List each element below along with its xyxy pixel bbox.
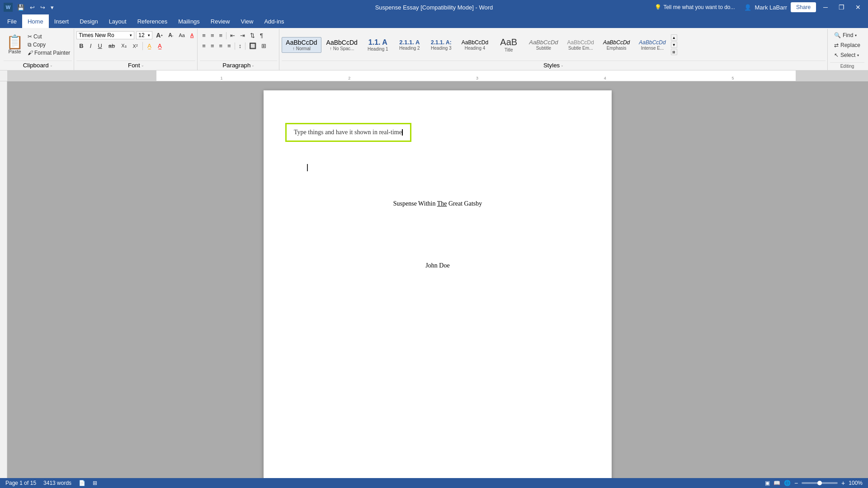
para-row1: ≡ ≡ ≡ ⇤ ⇥ ⇅ ¶ (200, 31, 277, 40)
line-spacing-button[interactable]: ↕ (236, 41, 244, 51)
style-subtitle[interactable]: AaBbCcDd Subtitle (525, 37, 562, 52)
style-heading3[interactable]: 2.1.1. A: Heading 3 (426, 38, 457, 52)
style-intense-e[interactable]: AaBbCcDd Intense E... (635, 38, 670, 52)
text-box-highlighted[interactable]: Type things and have it shown in real-ti… (285, 123, 411, 142)
font-color-button[interactable]: A̲ (155, 41, 165, 51)
find-dropdown: ▾ (855, 33, 857, 38)
change-case-button[interactable]: Aa (177, 32, 187, 39)
menu-home[interactable]: Home (22, 14, 49, 28)
subscript-button[interactable]: X₂ (118, 42, 129, 50)
share-button[interactable]: Share (791, 2, 816, 12)
justify-button[interactable]: ≡ (225, 41, 233, 51)
decrease-indent-button[interactable]: ⇤ (228, 31, 237, 40)
cut-button[interactable]: ✂ Cut (26, 33, 72, 41)
style-heading1[interactable]: 1.1. A Heading 1 (363, 37, 393, 53)
text-box-content: Type things and have it shown in real-ti… (294, 129, 402, 136)
copy-button[interactable]: ⧉ Copy (26, 41, 72, 49)
align-left-button[interactable]: ≡ (200, 41, 208, 51)
style-heading2[interactable]: 2.1.1. A Heading 2 (394, 37, 425, 52)
paste-button[interactable]: 📋 Paste (4, 33, 26, 56)
strikethrough-button[interactable]: ab (106, 41, 118, 51)
styles-more[interactable]: ⊞ (671, 49, 677, 55)
save-button[interactable]: 💾 (15, 3, 26, 12)
sort-button[interactable]: ⇅ (248, 31, 257, 40)
menu-design[interactable]: Design (74, 14, 103, 28)
font-size-dropdown-icon: ▾ (148, 33, 150, 38)
style-intense-e-preview: AaBbCcDd (639, 39, 665, 46)
zoom-slider[interactable] (802, 482, 838, 484)
styles-scroll-down[interactable]: ▼ (671, 42, 677, 48)
ruler-tick-1: 1 (220, 76, 222, 80)
align-right-button[interactable]: ≡ (217, 41, 225, 51)
quick-access-dropdown[interactable]: ▾ (49, 3, 56, 12)
multilevel-button[interactable]: ≡ (217, 31, 225, 40)
zoom-thumb (817, 481, 822, 485)
restore-button[interactable]: ❐ (835, 2, 848, 13)
style-heading4[interactable]: AaBbCcDd Heading 4 (458, 38, 492, 52)
paragraph-expand-button[interactable]: Paragraph ⌄ (200, 62, 277, 69)
menu-file[interactable]: File (2, 14, 22, 28)
layout-icon[interactable]: ⊞ (93, 480, 97, 486)
menu-references[interactable]: References (132, 14, 173, 28)
style-title[interactable]: AaB Title (493, 35, 524, 54)
font-name-selector[interactable]: Times New Ro ▾ (76, 31, 134, 39)
replace-button[interactable]: ⇄ Replace (830, 41, 864, 50)
page-icon[interactable]: 📄 (79, 480, 85, 486)
quick-access-toolbar: 💾 ↩ ↪ ▾ (15, 3, 56, 12)
menu-layout[interactable]: Layout (104, 14, 132, 28)
select-label: Select (840, 52, 855, 58)
style-h3-label: Heading 3 (431, 46, 452, 51)
minimize-button[interactable]: ─ (820, 2, 831, 13)
view-normal-icon[interactable]: ▣ (765, 480, 770, 486)
highlight-button[interactable]: A̲ (145, 41, 154, 51)
menu-mailings[interactable]: Mailings (173, 14, 205, 28)
styles-expand-button[interactable]: Styles ⌄ (282, 62, 826, 69)
style-nospace-preview: AaBbCcDd (326, 39, 358, 46)
underline-button[interactable]: U (95, 41, 104, 51)
numbering-button[interactable]: ≡ (208, 31, 217, 40)
text-box-container: Type things and have it shown in real-ti… (285, 123, 411, 149)
view-read-icon[interactable]: 📖 (774, 480, 780, 486)
borders-button[interactable]: ⊞ (259, 41, 269, 51)
styles-scroll-up[interactable]: ▲ (671, 34, 677, 41)
view-web-icon[interactable]: 🌐 (784, 480, 791, 486)
close-button[interactable]: ✕ (852, 2, 864, 13)
align-center-button[interactable]: ≡ (208, 41, 217, 51)
style-subtle-em[interactable]: AaBbCcDd Subtle Em... (563, 38, 598, 52)
lightbulb-icon: 💡 (655, 4, 661, 10)
redo-button[interactable]: ↪ (38, 3, 47, 12)
menu-addins[interactable]: Add-ins (259, 14, 289, 28)
format-painter-button[interactable]: 🖌 Format Painter (26, 49, 72, 57)
status-bar: Page 1 of 15 3413 words 📄 ⊞ ▣ 📖 🌐 − + 10… (0, 478, 868, 488)
font-size-selector[interactable]: 12 ▾ (136, 31, 152, 39)
increase-indent-button[interactable]: ⇥ (238, 31, 247, 40)
font-name-value: Times New Ro (79, 32, 114, 38)
zoom-in-icon[interactable]: + (841, 479, 845, 487)
bold-button[interactable]: B (76, 41, 86, 51)
menu-view[interactable]: View (235, 14, 259, 28)
select-button[interactable]: ↖ Select ▾ (830, 51, 864, 60)
ruler-tick-2: 2 (348, 76, 350, 80)
style-normal[interactable]: AaBbCcDd ↑ Normal (282, 37, 321, 53)
font-expand-button[interactable]: Font ⌄ (76, 62, 195, 69)
paragraph-body: ≡ ≡ ≡ ⇤ ⇥ ⇅ ¶ ≡ ≡ ≡ ≡ ↕ 🔲 ⊞ (200, 29, 277, 61)
style-h4-preview: AaBbCcDd (462, 39, 488, 46)
italic-button[interactable]: I (87, 41, 94, 51)
bullets-button[interactable]: ≡ (200, 31, 208, 40)
menu-insert[interactable]: Insert (49, 14, 75, 28)
tell-me-bar[interactable]: 💡 Tell me what you want to do... (649, 2, 740, 12)
menu-review[interactable]: Review (205, 14, 236, 28)
find-button[interactable]: 🔍 Find ▾ (830, 31, 864, 40)
undo-button[interactable]: ↩ (28, 3, 37, 12)
superscript-button[interactable]: X² (130, 42, 141, 50)
style-emphasis[interactable]: AaBbCcDd Emphasis (599, 38, 634, 52)
font-shrink-button[interactable]: A- (166, 31, 175, 39)
font-grow-button[interactable]: A+ (154, 31, 165, 40)
clipboard-expand-button[interactable]: Clipboard ⌄ (4, 62, 72, 69)
shading-button[interactable]: 🔲 (247, 41, 259, 51)
zoom-out-icon[interactable]: − (794, 479, 798, 487)
paste-icon: 📋 (6, 35, 23, 49)
style-no-spacing[interactable]: AaBbCcDd ↑ No Spac... (322, 37, 362, 53)
show-marks-button[interactable]: ¶ (258, 31, 265, 40)
clear-formatting-button[interactable]: A (189, 32, 195, 39)
